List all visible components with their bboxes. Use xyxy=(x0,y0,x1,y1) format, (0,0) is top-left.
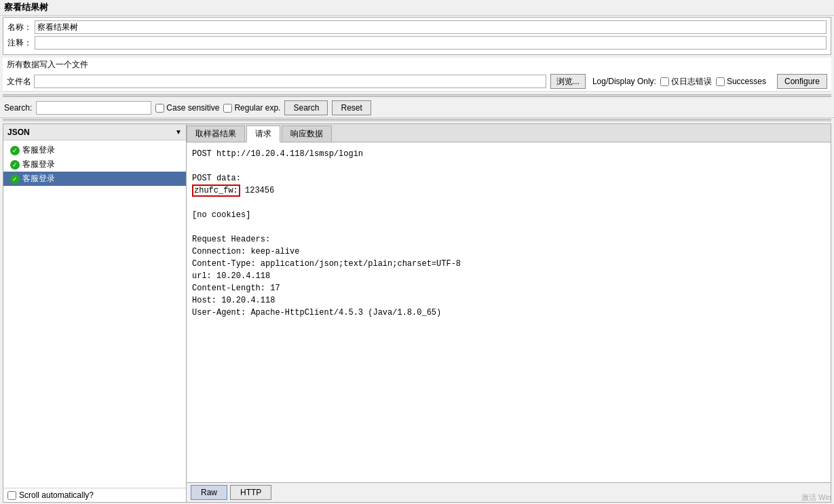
search-label: Search: xyxy=(4,103,32,113)
search-input[interactable] xyxy=(36,101,151,115)
log-errors-checkbox[interactable] xyxy=(660,77,669,86)
left-panel-header: JSON ▼ xyxy=(3,124,186,140)
content-divider xyxy=(3,119,831,121)
all-data-row: 所有数据写入一个文件 xyxy=(3,58,831,72)
tree-item-label-1: 客服登录 xyxy=(22,144,55,156)
regular-exp-text: Regular exp. xyxy=(234,103,280,113)
main-container: 察看结果树 名称： 注释： 所有数据写入一个文件 文件名 浏览... Log/D… xyxy=(0,0,834,504)
raw-button[interactable]: Raw xyxy=(191,485,227,500)
search-button[interactable]: Search xyxy=(284,100,328,115)
name-input[interactable] xyxy=(35,20,827,34)
tree-item-label-3: 客服登录 xyxy=(22,173,55,185)
status-icon-3: ✓ xyxy=(10,174,20,184)
bottom-bar: Raw HTTP xyxy=(187,482,831,502)
left-panel: JSON ▼ ✓ 客服登录 ✓ 客服登录 ✓ 客服登录 Scrol xyxy=(3,124,187,502)
tabs-bar: 取样器结果 请求 响应数据 xyxy=(187,124,831,142)
tree-item-3[interactable]: ✓ 客服登录 xyxy=(3,172,186,186)
left-panel-title: JSON xyxy=(7,128,175,137)
http-button[interactable]: HTTP xyxy=(230,485,271,500)
tab-sampler-results[interactable]: 取样器结果 xyxy=(187,125,245,142)
name-row: 名称： xyxy=(7,20,827,34)
dropdown-arrow-icon[interactable]: ▼ xyxy=(175,128,182,136)
comment-input[interactable] xyxy=(35,36,827,50)
name-label: 名称： xyxy=(7,22,35,33)
log-options: Log/Display Only: 仅日志错误 Successes Config… xyxy=(592,74,827,89)
successes-label: Successes xyxy=(727,77,766,86)
watermark: 激活 Win xyxy=(801,492,831,503)
regular-exp-checkbox[interactable] xyxy=(223,104,232,113)
tree-item-label-2: 客服登录 xyxy=(22,159,55,170)
all-data-label: 所有数据写入一个文件 xyxy=(7,60,88,69)
status-icon-1: ✓ xyxy=(10,146,20,155)
tree-area: ✓ 客服登录 ✓ 客服登录 ✓ 客服登录 xyxy=(3,140,186,488)
title-bar: 察看结果树 xyxy=(0,0,834,16)
reset-button[interactable]: Reset xyxy=(332,100,371,115)
form-section: 名称： 注释： xyxy=(3,17,831,55)
case-sensitive-checkbox[interactable] xyxy=(155,104,164,113)
content-pre: POST http://10.20.4.118/lsmsp/login POST… xyxy=(192,148,825,319)
toolbar-divider xyxy=(3,94,831,97)
right-panel: 取样器结果 请求 响应数据 POST http://10.20.4.118/ls… xyxy=(187,124,831,502)
log-display-label: Log/Display Only: xyxy=(592,77,656,86)
tab-response-data[interactable]: 响应数据 xyxy=(282,125,332,142)
highlighted-text: zhufc_fw: xyxy=(192,185,240,197)
successes-checkbox[interactable] xyxy=(716,77,725,86)
log-errors-label: 仅日志错误 xyxy=(671,76,712,88)
file-input[interactable] xyxy=(34,75,546,88)
comment-label: 注释： xyxy=(7,37,35,49)
configure-button[interactable]: Configure xyxy=(777,74,827,89)
tree-item-1[interactable]: ✓ 客服登录 xyxy=(3,143,186,157)
scroll-auto-checkbox[interactable] xyxy=(7,491,16,500)
file-row: 文件名 浏览... Log/Display Only: 仅日志错误 Succes… xyxy=(3,72,831,92)
tab-request[interactable]: 请求 xyxy=(246,125,280,142)
file-label: 文件名 xyxy=(7,76,34,88)
comment-row: 注释： xyxy=(7,36,827,50)
regular-exp-label[interactable]: Regular exp. xyxy=(223,103,280,113)
log-errors-checkbox-label[interactable]: 仅日志错误 xyxy=(660,76,712,88)
tree-item-2[interactable]: ✓ 客服登录 xyxy=(3,157,186,172)
window-title: 察看结果树 xyxy=(4,2,48,12)
scroll-auto-label: Scroll automatically? xyxy=(19,490,94,500)
browse-button[interactable]: 浏览... xyxy=(550,74,586,89)
search-row: Search: Case sensitive Regular exp. Sear… xyxy=(0,98,834,118)
case-sensitive-text: Case sensitive xyxy=(166,103,219,113)
status-icon-2: ✓ xyxy=(10,160,20,170)
left-panel-footer: Scroll automatically? xyxy=(3,488,186,502)
successes-checkbox-label[interactable]: Successes xyxy=(716,77,766,86)
case-sensitive-label[interactable]: Case sensitive xyxy=(155,103,219,113)
content-area: JSON ▼ ✓ 客服登录 ✓ 客服登录 ✓ 客服登录 Scrol xyxy=(3,123,831,503)
content-display: POST http://10.20.4.118/lsmsp/login POST… xyxy=(187,142,831,482)
